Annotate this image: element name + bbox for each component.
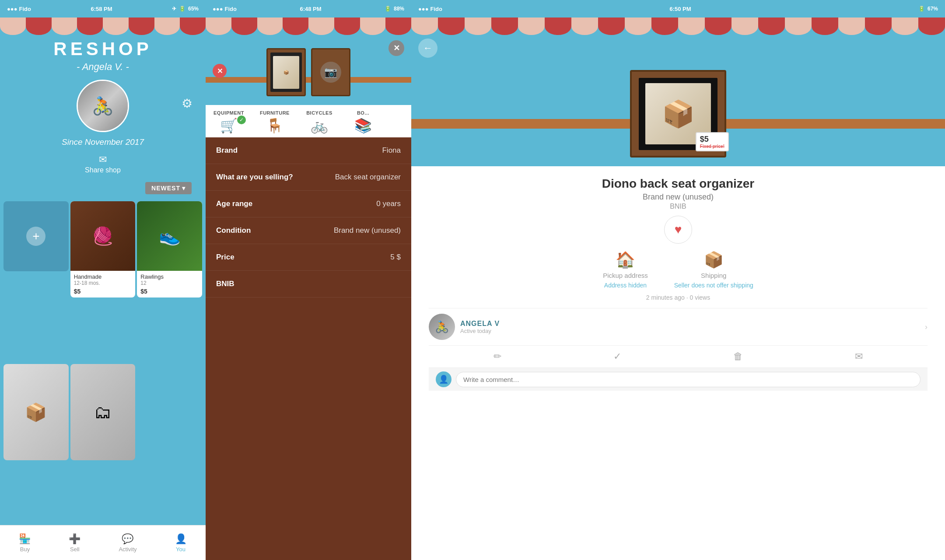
nav-you-label: You	[176, 546, 186, 553]
shop-shelf: ✕ ✕ 📦 📷	[206, 35, 411, 105]
product-shelf: 📦 $5 Fixed price!	[411, 61, 945, 166]
nav-you[interactable]: 👤 You	[175, 533, 187, 553]
product-meta: 2 minutes ago · 0 views	[429, 294, 928, 301]
price-tag: $5 Fixed price!	[696, 132, 729, 151]
product-card-diono1[interactable]: 📦	[4, 364, 69, 460]
buy-icon: 🏪	[19, 533, 31, 545]
cat-equipment[interactable]: EQUIPMENT 🛒 ✓	[206, 108, 252, 136]
share-icon: ✉	[99, 154, 107, 165]
house-icon: 🏠	[616, 251, 635, 269]
product-grid: + 🧶 Handmade 12-18 mos. $5 👟 Rawlings 12…	[0, 198, 206, 525]
product-image-diono2: 🗂	[70, 364, 136, 460]
carrier-p2: Fido	[225, 6, 237, 12]
product-image-rawlings: 👟	[137, 201, 202, 271]
cat-more[interactable]: BO... 📚	[341, 108, 385, 136]
back-button[interactable]: ←	[418, 38, 438, 58]
settings-button[interactable]: ⚙	[182, 96, 192, 111]
more-icon: 📚	[354, 117, 372, 134]
close-button[interactable]: ✕	[388, 40, 404, 56]
add-product-button[interactable]: +	[4, 201, 69, 271]
battery-label-p3: 67%	[928, 6, 938, 12]
product-card-rawlings[interactable]: 👟 Rawlings 12 $5	[137, 201, 202, 298]
what-selling-row[interactable]: What are you selling? Back seat organize…	[206, 164, 411, 191]
equipment-icon: 🛒	[220, 117, 238, 134]
favorite-button[interactable]: ♥	[664, 216, 692, 244]
price-main: $5	[700, 135, 709, 144]
seller-info: ANGELA V Active today	[460, 320, 500, 334]
product-card-handmade[interactable]: 🧶 Handmade 12-18 mos. $5	[70, 201, 136, 298]
detail-card: Diono back seat organizer Brand new (unu…	[411, 166, 945, 560]
seller-row[interactable]: 🚴 ANGELA V Active today ›	[429, 308, 928, 345]
bottom-nav-p1: 🏪 Buy ➕ Sell 💬 Activity 👤 You	[0, 525, 206, 560]
what-selling-value: Back seat organizer	[335, 173, 401, 182]
age-range-label: Age range	[216, 200, 252, 208]
activity-icon: 💬	[122, 533, 133, 545]
seller-name: ANGELA V	[460, 320, 500, 328]
bnib-row[interactable]: BNIB	[206, 271, 411, 298]
seller-avatar: 🚴	[429, 314, 455, 340]
signal-icon: ●●●	[7, 6, 18, 12]
comment-input[interactable]	[456, 372, 920, 387]
brand-value: Fiona	[382, 146, 401, 155]
awning-p3	[411, 18, 945, 35]
condition-label: Condition	[216, 226, 251, 235]
signal-icon-p2: ●●●	[213, 6, 223, 12]
cat-bicycles[interactable]: BICYCLES 🚲	[298, 108, 341, 136]
nav-activity[interactable]: 💬 Activity	[119, 533, 136, 553]
shipping-icon: 📦	[704, 251, 724, 269]
product-condition: Brand new (unused)	[429, 192, 928, 202]
edit-icon[interactable]: ✏	[494, 351, 501, 362]
status-bar-p3: ●●● Fido 6:50 PM 🔋 67%	[411, 0, 945, 18]
sort-button[interactable]: NEWEST ▾	[145, 182, 192, 194]
avatar[interactable]: 🚴	[77, 80, 129, 132]
price-value: 5 $	[390, 253, 401, 262]
bicycle-icon: 🚲	[311, 117, 328, 134]
checkmark-icon[interactable]: ✓	[613, 351, 621, 362]
battery-label-p2: 88%	[394, 6, 404, 12]
price-sub: Fixed price!	[700, 144, 724, 149]
status-bar-p2: ●●● Fido 6:48 PM 🔋 88%	[206, 0, 411, 18]
awning-p1	[0, 18, 206, 35]
price-row[interactable]: Price 5 $	[206, 244, 411, 271]
shelf-product-frame: 📦	[266, 48, 306, 96]
pickup-label: Pickup address	[603, 272, 648, 279]
avatar-image: 🚴	[78, 81, 128, 131]
shipping-option: 📦 Shipping Seller does not offer shippin…	[674, 251, 753, 289]
categories-bar: EQUIPMENT 🛒 ✓ FURNITURE 🪑 BICYCLES 🚲 BO.…	[206, 105, 411, 137]
cat-furniture[interactable]: FURNITURE 🪑	[252, 108, 298, 136]
product-display-frame: 📦 $5 Fixed price!	[630, 70, 726, 158]
you-icon: 👤	[175, 533, 187, 545]
time-p3: 6:50 PM	[669, 6, 691, 12]
nav-activity-label: Activity	[119, 546, 136, 553]
plus-icon: +	[26, 227, 46, 246]
status-bar-p1: ●●● Fido 6:58 PM ✈ 🔋 65%	[0, 0, 206, 18]
share-label[interactable]: Share shop	[85, 166, 121, 174]
user-subtitle: - Angela V. -	[77, 61, 129, 73]
product-info-rawlings: Rawlings 12 $5	[137, 271, 202, 298]
brand-row[interactable]: Brand Fiona	[206, 137, 411, 164]
time-p1: 6:58 PM	[91, 6, 112, 12]
condition-row[interactable]: Condition Brand new (unused)	[206, 217, 411, 244]
pickup-option: 🏠 Pickup address Address hidden	[603, 251, 648, 289]
product-price-handmade: $5	[74, 288, 132, 295]
send-icon[interactable]: ✉	[855, 351, 863, 362]
signal-p3: ●●●	[418, 6, 429, 12]
delete-icon[interactable]: 🗑	[733, 351, 743, 362]
cat-furniture-label: FURNITURE	[260, 110, 290, 116]
sort-label: NEWEST	[151, 185, 180, 192]
product-card-diono2[interactable]: 🗂	[70, 364, 136, 460]
cat-equipment-label: EQUIPMENT	[214, 110, 244, 116]
condition-value: Brand new (unused)	[334, 226, 401, 235]
close-button-red[interactable]: ✕	[213, 64, 227, 78]
nav-sell[interactable]: ➕ Sell	[69, 533, 80, 553]
chevron-down-icon: ▾	[182, 185, 186, 192]
nav-buy[interactable]: 🏪 Buy	[19, 533, 31, 553]
brand-label: Brand	[216, 146, 238, 155]
share-shop-area: ✉ Share shop	[85, 154, 121, 174]
bluetooth-icon: ✈	[172, 6, 176, 12]
profile-panel: ●●● Fido 6:58 PM ✈ 🔋 65% RESHOP - Angela…	[0, 0, 206, 560]
product-price-rawlings: $5	[140, 288, 199, 295]
age-range-row[interactable]: Age range 0 years	[206, 191, 411, 217]
member-since: Since November 2017	[62, 137, 144, 147]
listing-form: Brand Fiona What are you selling? Back s…	[206, 137, 411, 560]
